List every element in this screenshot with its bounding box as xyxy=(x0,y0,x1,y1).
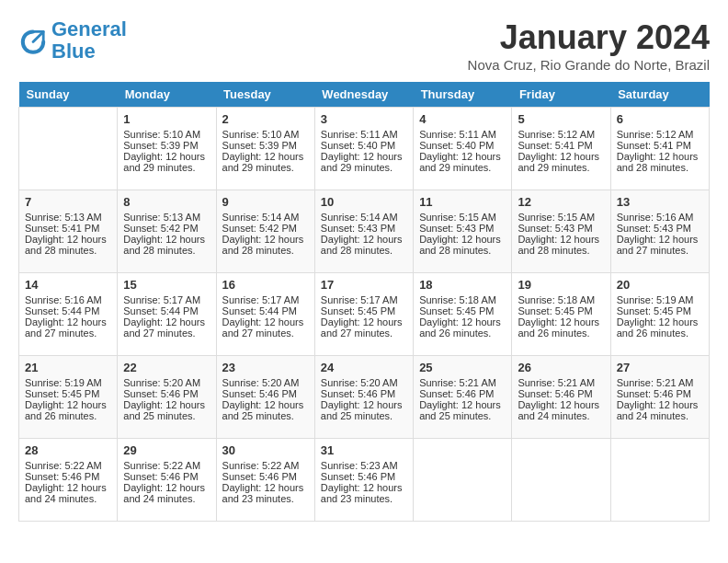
sunrise-text: Sunrise: 5:22 AM xyxy=(25,460,111,471)
day-number: 14 xyxy=(25,278,111,292)
sunrise-text: Sunrise: 5:19 AM xyxy=(25,377,111,388)
day-number: 9 xyxy=(222,195,309,209)
calendar-cell xyxy=(19,108,118,190)
calendar-cell xyxy=(512,439,610,522)
day-number: 25 xyxy=(419,361,506,374)
sunset-text: Sunset: 5:46 PM xyxy=(25,471,111,482)
sunrise-text: Sunrise: 5:23 AM xyxy=(321,460,407,471)
daylight-text: Daylight: 12 hours and 28 minutes. xyxy=(123,234,210,256)
day-number: 7 xyxy=(25,195,111,209)
daylight-text: Daylight: 12 hours and 28 minutes. xyxy=(518,234,604,256)
sunrise-text: Sunrise: 5:14 AM xyxy=(321,212,407,223)
calendar-cell: 26Sunrise: 5:21 AMSunset: 5:46 PMDayligh… xyxy=(512,356,610,439)
daylight-text: Daylight: 12 hours and 27 minutes. xyxy=(617,234,703,256)
sunset-text: Sunset: 5:44 PM xyxy=(222,305,309,316)
day-number: 3 xyxy=(321,112,407,126)
sunrise-text: Sunrise: 5:18 AM xyxy=(518,294,604,305)
week-row-3: 14Sunrise: 5:16 AMSunset: 5:44 PMDayligh… xyxy=(19,273,710,356)
sunset-text: Sunset: 5:40 PM xyxy=(321,140,407,151)
calendar-cell: 23Sunrise: 5:20 AMSunset: 5:46 PMDayligh… xyxy=(216,356,314,439)
calendar-cell: 30Sunrise: 5:22 AMSunset: 5:46 PMDayligh… xyxy=(216,439,314,522)
week-row-4: 21Sunrise: 5:19 AMSunset: 5:45 PMDayligh… xyxy=(19,356,710,439)
calendar-cell: 21Sunrise: 5:19 AMSunset: 5:45 PMDayligh… xyxy=(19,356,118,439)
sunset-text: Sunset: 5:43 PM xyxy=(321,223,407,234)
day-header-thursday: Thursday xyxy=(414,82,512,108)
daylight-text: Daylight: 12 hours and 23 minutes. xyxy=(321,482,407,504)
day-number: 4 xyxy=(419,112,506,126)
sunrise-text: Sunrise: 5:12 AM xyxy=(518,129,604,140)
day-number: 13 xyxy=(617,195,703,209)
calendar-cell: 1Sunrise: 5:10 AMSunset: 5:39 PMDaylight… xyxy=(118,108,216,190)
day-number: 18 xyxy=(419,278,506,292)
calendar-cell: 15Sunrise: 5:17 AMSunset: 5:44 PMDayligh… xyxy=(118,273,216,356)
day-header-sunday: Sunday xyxy=(19,82,118,108)
sunrise-text: Sunrise: 5:21 AM xyxy=(617,377,703,388)
calendar-cell: 28Sunrise: 5:22 AMSunset: 5:46 PMDayligh… xyxy=(19,439,118,522)
sunrise-text: Sunrise: 5:14 AM xyxy=(222,212,309,223)
daylight-text: Daylight: 12 hours and 27 minutes. xyxy=(321,316,407,339)
daylight-text: Daylight: 12 hours and 28 minutes. xyxy=(321,234,407,256)
sunrise-text: Sunrise: 5:22 AM xyxy=(222,460,309,471)
sunset-text: Sunset: 5:44 PM xyxy=(25,305,111,316)
sunset-text: Sunset: 5:46 PM xyxy=(222,388,309,399)
daylight-text: Daylight: 12 hours and 29 minutes. xyxy=(518,151,604,173)
day-header-saturday: Saturday xyxy=(610,82,709,108)
daylight-text: Daylight: 12 hours and 25 minutes. xyxy=(222,399,309,421)
day-number: 19 xyxy=(518,278,604,292)
sunset-text: Sunset: 5:40 PM xyxy=(419,140,506,151)
day-number: 8 xyxy=(123,195,210,209)
calendar-cell: 31Sunrise: 5:23 AMSunset: 5:46 PMDayligh… xyxy=(314,439,413,522)
day-number: 23 xyxy=(222,361,309,374)
daylight-text: Daylight: 12 hours and 28 minutes. xyxy=(617,151,703,173)
sunset-text: Sunset: 5:45 PM xyxy=(518,305,604,316)
sunset-text: Sunset: 5:46 PM xyxy=(123,471,210,482)
week-row-2: 7Sunrise: 5:13 AMSunset: 5:41 PMDaylight… xyxy=(19,190,710,273)
day-number: 5 xyxy=(518,112,604,126)
sunrise-text: Sunrise: 5:11 AM xyxy=(321,129,407,140)
day-header-monday: Monday xyxy=(118,82,216,108)
day-number: 12 xyxy=(518,195,604,209)
page-header: General Blue January 2024 Nova Cruz, Rio… xyxy=(18,18,710,73)
daylight-text: Daylight: 12 hours and 28 minutes. xyxy=(419,234,506,256)
calendar-table: SundayMondayTuesdayWednesdayThursdayFrid… xyxy=(18,82,710,522)
day-number: 27 xyxy=(617,361,703,374)
daylight-text: Daylight: 12 hours and 29 minutes. xyxy=(419,151,506,173)
sunset-text: Sunset: 5:44 PM xyxy=(123,305,210,316)
sunrise-text: Sunrise: 5:17 AM xyxy=(321,294,407,305)
sunrise-text: Sunrise: 5:18 AM xyxy=(419,294,506,305)
daylight-text: Daylight: 12 hours and 26 minutes. xyxy=(25,399,111,421)
calendar-cell: 9Sunrise: 5:14 AMSunset: 5:42 PMDaylight… xyxy=(216,190,314,273)
sunset-text: Sunset: 5:43 PM xyxy=(518,223,604,234)
calendar-cell: 17Sunrise: 5:17 AMSunset: 5:45 PMDayligh… xyxy=(314,273,413,356)
daylight-text: Daylight: 12 hours and 25 minutes. xyxy=(321,399,407,421)
daylight-text: Daylight: 12 hours and 24 minutes. xyxy=(123,482,210,504)
daylight-text: Daylight: 12 hours and 28 minutes. xyxy=(222,234,309,256)
day-number: 30 xyxy=(222,443,309,457)
week-row-1: 1Sunrise: 5:10 AMSunset: 5:39 PMDaylight… xyxy=(19,108,710,190)
title-area: January 2024 Nova Cruz, Rio Grande do No… xyxy=(468,18,710,73)
sunset-text: Sunset: 5:42 PM xyxy=(123,223,210,234)
calendar-cell: 2Sunrise: 5:10 AMSunset: 5:39 PMDaylight… xyxy=(216,108,314,190)
sunrise-text: Sunrise: 5:17 AM xyxy=(222,294,309,305)
day-number: 20 xyxy=(617,278,703,292)
sunrise-text: Sunrise: 5:19 AM xyxy=(617,294,703,305)
sunrise-text: Sunrise: 5:20 AM xyxy=(123,377,210,388)
sunset-text: Sunset: 5:46 PM xyxy=(518,388,604,399)
sunrise-text: Sunrise: 5:17 AM xyxy=(123,294,210,305)
sunrise-text: Sunrise: 5:13 AM xyxy=(123,212,210,223)
sunrise-text: Sunrise: 5:16 AM xyxy=(25,294,111,305)
sunset-text: Sunset: 5:45 PM xyxy=(25,388,111,399)
calendar-cell: 3Sunrise: 5:11 AMSunset: 5:40 PMDaylight… xyxy=(314,108,413,190)
day-number: 22 xyxy=(123,361,210,374)
sunset-text: Sunset: 5:45 PM xyxy=(617,305,703,316)
calendar-cell: 5Sunrise: 5:12 AMSunset: 5:41 PMDaylight… xyxy=(512,108,610,190)
daylight-text: Daylight: 12 hours and 24 minutes. xyxy=(518,399,604,421)
calendar-cell: 14Sunrise: 5:16 AMSunset: 5:44 PMDayligh… xyxy=(19,273,118,356)
day-header-wednesday: Wednesday xyxy=(314,82,413,108)
day-number: 29 xyxy=(123,443,210,457)
sunset-text: Sunset: 5:43 PM xyxy=(617,223,703,234)
logo: General Blue xyxy=(18,18,127,63)
day-number: 31 xyxy=(321,443,407,457)
logo-icon xyxy=(18,26,48,55)
daylight-text: Daylight: 12 hours and 27 minutes. xyxy=(123,316,210,339)
